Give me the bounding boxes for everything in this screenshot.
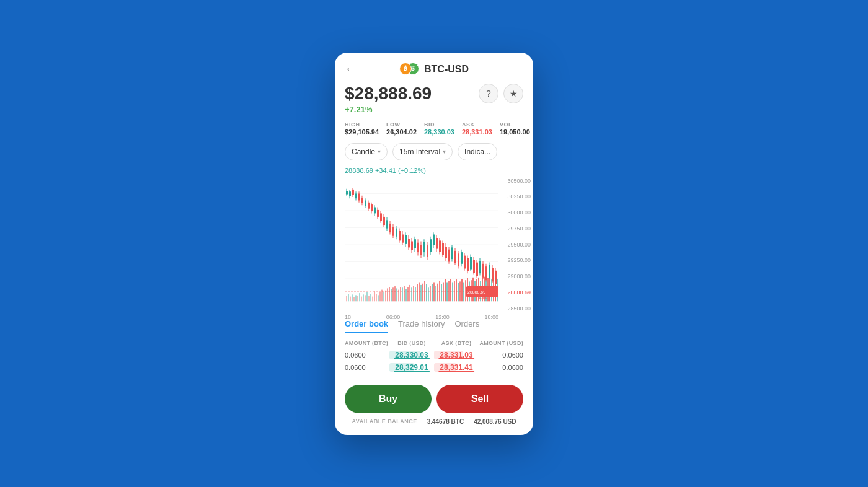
svg-rect-11 bbox=[352, 294, 353, 301]
btc-icon: ₿ bbox=[399, 63, 412, 75]
chart-main: 28888.69 04:04 bbox=[345, 177, 498, 313]
svg-rect-155 bbox=[445, 247, 447, 258]
interval-selector[interactable]: 15m Interval ▾ bbox=[392, 143, 453, 160]
ob-amount-usd-0: 0.0600 bbox=[479, 351, 523, 359]
svg-rect-23 bbox=[374, 291, 375, 301]
svg-rect-135 bbox=[414, 239, 416, 248]
svg-rect-97 bbox=[352, 189, 354, 195]
svg-rect-119 bbox=[389, 223, 391, 232]
pair-name: BTC-USD bbox=[424, 64, 469, 75]
x-label-0: 18 bbox=[345, 314, 351, 320]
y-label-6: 29000.00 bbox=[501, 273, 531, 279]
high-label: HIGH bbox=[345, 121, 379, 128]
svg-text:04:04: 04:04 bbox=[477, 294, 487, 300]
back-button[interactable]: ← bbox=[345, 63, 356, 76]
price-section: $28,888.69 ? ★ +7.21% bbox=[335, 81, 533, 119]
svg-rect-175 bbox=[476, 262, 478, 276]
svg-rect-143 bbox=[427, 245, 428, 257]
svg-rect-111 bbox=[377, 209, 379, 216]
balance-row: AVAILABLE BALANCE 3.44678 BTC 42,008.76 … bbox=[335, 417, 533, 425]
y-label-0: 30500.00 bbox=[501, 178, 531, 184]
svg-rect-151 bbox=[439, 240, 441, 252]
svg-rect-187 bbox=[495, 270, 497, 284]
col-header-amount-usd: AMOUNT (USD) bbox=[479, 340, 523, 346]
stat-ask: ASK 28,331.03 bbox=[462, 121, 492, 136]
svg-rect-131 bbox=[408, 239, 410, 247]
svg-rect-46 bbox=[417, 284, 418, 301]
svg-rect-179 bbox=[482, 263, 484, 277]
svg-rect-133 bbox=[411, 241, 413, 250]
svg-rect-70 bbox=[461, 279, 463, 301]
favorite-button[interactable]: ★ bbox=[503, 84, 523, 103]
high-value: $29,105.94 bbox=[345, 128, 379, 136]
svg-rect-183 bbox=[489, 265, 490, 278]
svg-rect-107 bbox=[371, 204, 373, 211]
svg-rect-145 bbox=[430, 239, 432, 252]
indicator-label: Indica... bbox=[464, 147, 490, 156]
col-header-bid: BID (USD) bbox=[389, 340, 434, 346]
bid-value: 28,330.03 bbox=[424, 128, 454, 136]
pair-info: ₿ $ BTC-USD bbox=[399, 63, 469, 76]
tab-order-book[interactable]: Order book bbox=[345, 319, 388, 333]
svg-rect-27 bbox=[381, 289, 383, 301]
y-axis: 30500.00 30250.00 30000.00 29750.00 2950… bbox=[498, 177, 533, 313]
svg-rect-45 bbox=[415, 287, 416, 301]
svg-rect-157 bbox=[448, 249, 450, 261]
price-actions: ? ★ bbox=[479, 84, 523, 103]
svg-rect-185 bbox=[492, 268, 494, 281]
ob-bid-1: 28,329.01 bbox=[389, 363, 434, 372]
ask-value: 28,331.03 bbox=[462, 128, 492, 136]
svg-rect-137 bbox=[417, 242, 419, 252]
main-price: $28,888.69 bbox=[345, 84, 432, 103]
svg-rect-115 bbox=[383, 216, 385, 224]
svg-rect-105 bbox=[368, 202, 370, 208]
coin-icons: ₿ $ bbox=[399, 63, 419, 76]
col-header-ask: ASK (BTC) bbox=[434, 340, 479, 346]
svg-rect-50 bbox=[424, 281, 425, 301]
svg-rect-44 bbox=[413, 286, 414, 301]
stats-row: HIGH $29,105.94 LOW 26,304.02 BID 28,330… bbox=[335, 119, 533, 141]
buy-button[interactable]: Buy bbox=[345, 385, 432, 413]
svg-rect-14 bbox=[357, 296, 358, 301]
svg-rect-31 bbox=[389, 287, 390, 301]
stat-vol: VOL 19,050.00 bbox=[500, 121, 530, 136]
svg-rect-51 bbox=[426, 284, 427, 301]
svg-rect-49 bbox=[422, 283, 423, 301]
svg-rect-69 bbox=[459, 281, 461, 301]
svg-rect-36 bbox=[398, 289, 399, 301]
y-label-5: 29250.00 bbox=[501, 257, 531, 263]
chart-area: 28888.69 +34.41 (+0.12%) bbox=[345, 165, 533, 314]
col-header-amount-btc: AMOUNT (BTC) bbox=[345, 340, 389, 346]
bid-label: BID bbox=[424, 121, 454, 128]
svg-rect-53 bbox=[430, 286, 431, 301]
tab-orders[interactable]: Orders bbox=[454, 319, 479, 333]
svg-rect-65 bbox=[452, 282, 453, 301]
svg-rect-19 bbox=[366, 292, 368, 301]
candle-selector[interactable]: Candle ▾ bbox=[345, 143, 388, 160]
svg-rect-43 bbox=[411, 287, 412, 301]
y-label-3: 29750.00 bbox=[501, 226, 531, 232]
svg-rect-54 bbox=[432, 284, 433, 301]
svg-rect-24 bbox=[376, 294, 377, 301]
svg-rect-103 bbox=[365, 200, 366, 206]
svg-rect-161 bbox=[454, 250, 456, 263]
svg-rect-123 bbox=[396, 228, 397, 236]
svg-rect-42 bbox=[409, 284, 410, 301]
svg-rect-173 bbox=[473, 260, 475, 273]
sell-button[interactable]: Sell bbox=[436, 385, 523, 413]
svg-rect-67 bbox=[456, 279, 457, 301]
help-button[interactable]: ? bbox=[479, 84, 498, 103]
low-label: LOW bbox=[386, 121, 417, 128]
indicator-selector[interactable]: Indica... bbox=[458, 143, 497, 160]
svg-rect-34 bbox=[394, 286, 396, 301]
svg-rect-10 bbox=[350, 296, 351, 301]
x-axis: 18 06:00 12:00 18:00 bbox=[345, 313, 498, 320]
tab-trade-history[interactable]: Trade history bbox=[398, 319, 445, 333]
y-label-4: 29500.00 bbox=[501, 242, 531, 248]
svg-rect-95 bbox=[355, 193, 357, 198]
svg-rect-39 bbox=[404, 286, 405, 301]
ob-ask-0: 28,331.03 bbox=[434, 351, 479, 359]
order-book: AMOUNT (BTC) BID (USD) ASK (BTC) AMOUNT … bbox=[335, 336, 533, 377]
svg-rect-165 bbox=[461, 252, 463, 264]
svg-rect-29 bbox=[385, 290, 386, 301]
